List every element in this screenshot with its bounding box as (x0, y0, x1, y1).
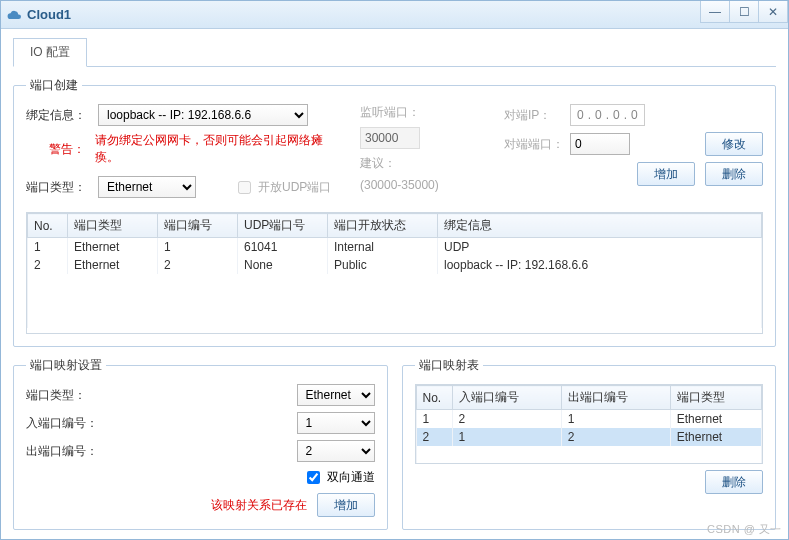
port-map-settings-group: 端口映射设置 端口类型： Ethernet 入端口编号： 1 出端口编号： 2 (13, 357, 388, 530)
table-row[interactable]: 1 Ethernet 1 61041 Internal UDP (28, 238, 762, 257)
map-add-button[interactable]: 增加 (317, 493, 375, 517)
map-in-select[interactable]: 1 (297, 412, 375, 434)
open-udp-checkbox[interactable]: 开放UDP端口 (234, 178, 331, 197)
table-row[interactable]: 2 Ethernet 2 None Public loopback -- IP:… (28, 256, 762, 274)
watermark: CSDN @ 又一 (707, 522, 782, 537)
bind-info-select[interactable]: loopback -- IP: 192.168.6.6 (98, 104, 308, 126)
listen-port-label: 监听端口： (360, 104, 420, 121)
port-create-group: 端口创建 绑定信息： loopback -- IP: 192.168.6.6 警… (13, 77, 776, 347)
port-create-legend: 端口创建 (26, 77, 82, 94)
map-out-label: 出端口编号： (26, 443, 112, 460)
cloud-icon (7, 8, 21, 22)
tab-io-config[interactable]: IO 配置 (13, 38, 87, 67)
peer-port-input[interactable] (570, 133, 630, 155)
port-add-button[interactable]: 增加 (637, 162, 695, 186)
listen-suggest-label: 建议： (360, 155, 396, 172)
window-title: Cloud1 (27, 7, 71, 22)
map-settings-legend: 端口映射设置 (26, 357, 106, 374)
bind-info-label: 绑定信息： (26, 107, 92, 124)
maximize-button[interactable]: ☐ (729, 1, 759, 23)
map-list-legend: 端口映射表 (415, 357, 483, 374)
port-table[interactable]: No. 端口类型 端口编号 UDP端口号 端口开放状态 绑定信息 1 Ether… (26, 212, 763, 334)
table-row[interactable]: 2 1 2 Ethernet (416, 428, 762, 446)
bidirectional-checkbox[interactable]: 双向通道 (303, 468, 375, 487)
map-out-select[interactable]: 2 (297, 440, 375, 462)
modify-button[interactable]: 修改 (705, 132, 763, 156)
port-map-list-group: 端口映射表 No. 入端口编号 出端口编号 端口类型 1 2 (402, 357, 777, 530)
listen-range: (30000-35000) (360, 178, 439, 192)
peer-port-label: 对端端口： (504, 136, 564, 153)
tab-bar: IO 配置 (13, 37, 776, 67)
listen-port-input (360, 127, 420, 149)
port-type-select[interactable]: Ethernet (98, 176, 196, 198)
titlebar: Cloud1 — ☐ ✕ (1, 1, 788, 29)
warning-label: 警告： (26, 141, 89, 158)
peer-ip-input[interactable]: 0. 0. 0. 0 (570, 104, 645, 126)
map-type-select[interactable]: Ethernet (297, 384, 375, 406)
minimize-button[interactable]: — (700, 1, 730, 23)
warning-text: 请勿绑定公网网卡，否则可能会引起网络瘫痪。 (95, 132, 336, 166)
port-type-label: 端口类型： (26, 179, 92, 196)
peer-ip-label: 对端IP： (504, 107, 564, 124)
port-delete-button[interactable]: 删除 (705, 162, 763, 186)
map-list-table[interactable]: No. 入端口编号 出端口编号 端口类型 1 2 1 Ethernet (415, 384, 764, 464)
map-type-label: 端口类型： (26, 387, 112, 404)
close-button[interactable]: ✕ (758, 1, 788, 23)
map-exist-msg: 该映射关系已存在 (211, 497, 307, 514)
map-in-label: 入端口编号： (26, 415, 112, 432)
map-delete-button[interactable]: 删除 (705, 470, 763, 494)
table-row[interactable]: 1 2 1 Ethernet (416, 410, 762, 429)
